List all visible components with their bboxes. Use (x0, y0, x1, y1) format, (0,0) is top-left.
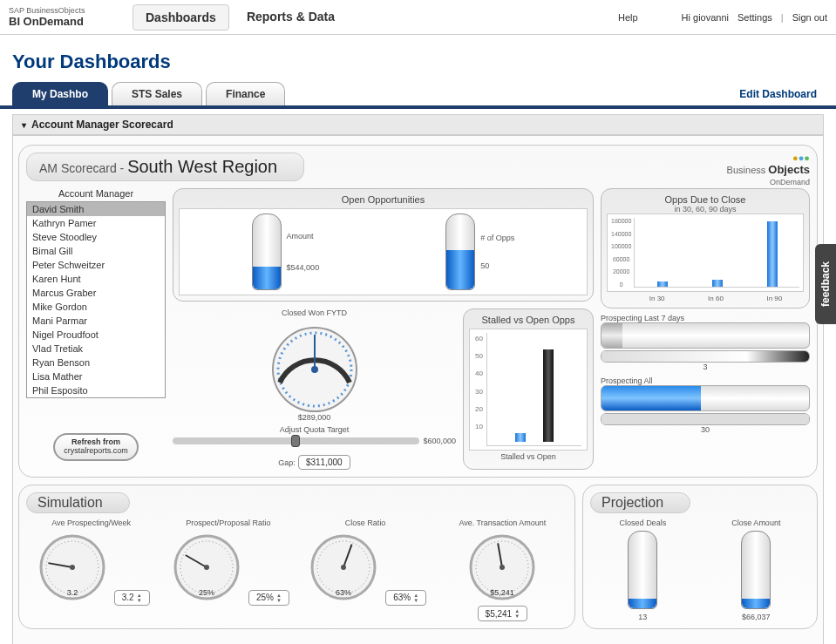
sim-gauge: $5,241 (463, 531, 541, 600)
sim-input[interactable]: 63%▲▼ (385, 590, 426, 606)
manager-item[interactable]: Mani Parmar (27, 314, 165, 328)
svg-point-17 (341, 565, 346, 570)
in90-bar (767, 221, 778, 287)
refresh-button[interactable]: Refresh fromcrystalreports.com (53, 433, 139, 461)
manager-item[interactable]: Nigel Proudfoot (27, 328, 165, 342)
brand-bottom: BI OnDemand (9, 15, 122, 28)
manager-item[interactable]: Kathryn Pamer (27, 216, 165, 230)
manager-item[interactable]: Bimal Gill (27, 244, 165, 258)
manager-item[interactable]: David Smith (27, 202, 165, 216)
svg-point-3 (311, 366, 318, 373)
sim-input[interactable]: 3.2▲▼ (114, 590, 150, 606)
proj-value: 13 (620, 613, 667, 621)
stepper-icon[interactable]: ▲▼ (413, 593, 418, 603)
svg-point-12 (204, 565, 209, 570)
manager-item[interactable]: Marcus Graber (27, 286, 165, 300)
gap-label: Gap: (278, 458, 296, 467)
in30-bar (657, 281, 668, 287)
svg-point-22 (500, 565, 505, 570)
top-links: Help Hi giovanni Settings | Sign out (618, 12, 827, 23)
projection-title: Projection (590, 492, 690, 513)
manager-item[interactable]: Phil Esposito (27, 383, 165, 397)
open-opportunities-panel: Open Opportunities Amount $544,000 (173, 188, 594, 302)
count-label: # of Opps (480, 234, 514, 242)
prospecting-all-title: Prospecting All (601, 376, 810, 385)
greeting: Hi giovanni (682, 12, 729, 23)
manager-item[interactable]: Ryan Benson (27, 356, 165, 369)
stalled-bar (515, 433, 526, 442)
sim-label: Ave. Transaction Amount (438, 519, 568, 529)
manager-item[interactable]: Steve Stoodley (27, 230, 165, 244)
stalled-footer: Stalled vs Open (469, 452, 588, 461)
top-nav: Dashboards Reports & Data (133, 4, 347, 31)
quota-max: $600,000 (423, 437, 456, 445)
prospecting-all-val: 30 (601, 425, 810, 434)
manager-item[interactable]: Mike Gordon (27, 300, 165, 314)
proj-label: Close Amount (731, 519, 780, 529)
accordion-title: Account Manager Scorecard (31, 119, 173, 131)
sim-label: Prospect/Proposal Ratio (163, 519, 293, 529)
sim-gauge: 25% (167, 531, 246, 600)
svg-text:$5,241: $5,241 (491, 588, 515, 597)
help-link[interactable]: Help (618, 12, 638, 23)
edit-dashboard-link[interactable]: Edit Dashboard (739, 88, 817, 100)
manager-item[interactable]: Karen Hunt (27, 272, 165, 286)
sim-input[interactable]: 25%▲▼ (248, 590, 289, 606)
opps-due-panel: Opps Due to Close in 30, 60, 90 days 180… (601, 188, 810, 308)
stalled-title: Stalled vs Open Opps (469, 315, 588, 325)
manager-item[interactable]: Peter Schweitzer (27, 258, 165, 272)
quota-slider[interactable] (173, 437, 419, 444)
sim-label: Close Ratio (301, 519, 431, 529)
prospecting-all-bar (601, 385, 810, 411)
in60-bar (712, 280, 723, 287)
page-title: Your Dashboards (12, 51, 824, 73)
scorecard-prefix: AM Scorecard - (39, 161, 124, 175)
feedback-tab[interactable]: feedback (815, 244, 836, 324)
opps-due-sub: in 30, 60, 90 days (607, 205, 804, 214)
tab-my-dashboards[interactable]: My Dashbo (12, 82, 108, 105)
sim-label: Ave Prospecting/Week (26, 519, 156, 529)
nav-dashboards[interactable]: Dashboards (133, 4, 229, 31)
closed-won-value: $289,000 (173, 413, 456, 422)
svg-text:25%: 25% (199, 588, 214, 597)
proj-value: $66,037 (731, 613, 780, 621)
svg-text:3.2: 3.2 (66, 588, 78, 597)
sim-input[interactable]: $5,241▲▼ (478, 606, 528, 621)
sim-gauge: 3.2 (33, 531, 112, 600)
manager-list: David SmithKathryn PamerSteve StoodleyBi… (26, 201, 166, 398)
manager-item[interactable]: Vlad Tretiak (27, 342, 165, 356)
tab-sts-sales[interactable]: STS Sales (112, 82, 202, 105)
closed-won-title: Closed Won FYTD (173, 308, 456, 317)
collapse-icon: ▾ (22, 120, 26, 130)
open-opps-title: Open Opportunities (179, 194, 588, 205)
svg-point-7 (70, 565, 75, 570)
simulation-title: Simulation (26, 492, 130, 513)
open-bar (543, 349, 554, 442)
stalled-panel: Stalled vs Open Opps 605040302010 Stalle… (463, 308, 594, 470)
opps-due-title: Opps Due to Close (607, 194, 804, 205)
tab-finance[interactable]: Finance (206, 82, 285, 105)
stepper-icon[interactable]: ▲▼ (514, 608, 520, 619)
brand-top: SAP BusinessObjects (9, 6, 122, 15)
gap-value: $311,000 (298, 455, 350, 470)
accordion-header[interactable]: ▾ Account Manager Scorecard (12, 114, 824, 135)
stepper-icon[interactable]: ▲▼ (276, 593, 282, 603)
signout-link[interactable]: Sign out (792, 12, 827, 23)
scorecard-region: South West Region (127, 157, 277, 176)
count-value: 50 (480, 261, 514, 270)
sim-gauge: 63% (304, 531, 383, 600)
nav-reports[interactable]: Reports & Data (234, 4, 347, 31)
businessobjects-logo: ●●● Business Objects OnDemand (727, 153, 810, 186)
prospecting-7-panel: Prospecting Last 7 days 3 (601, 314, 810, 371)
prospecting7-bar (601, 322, 810, 349)
stepper-icon[interactable]: ▲▼ (137, 593, 142, 603)
prospecting7-title: Prospecting Last 7 days (601, 314, 810, 322)
tab-row: My Dashbo STS Sales Finance Edit Dashboa… (0, 82, 836, 109)
adjust-quota-label: Adjust Quota Target (173, 425, 456, 434)
dashboard-body: AM Scorecard - South West Region ●●● Bus… (12, 135, 824, 644)
svg-text:63%: 63% (336, 588, 351, 597)
closed-won-gauge (262, 317, 367, 413)
settings-link[interactable]: Settings (737, 12, 772, 23)
amount-label: Amount (287, 232, 320, 241)
manager-item[interactable]: Lisa Mather (27, 369, 165, 383)
